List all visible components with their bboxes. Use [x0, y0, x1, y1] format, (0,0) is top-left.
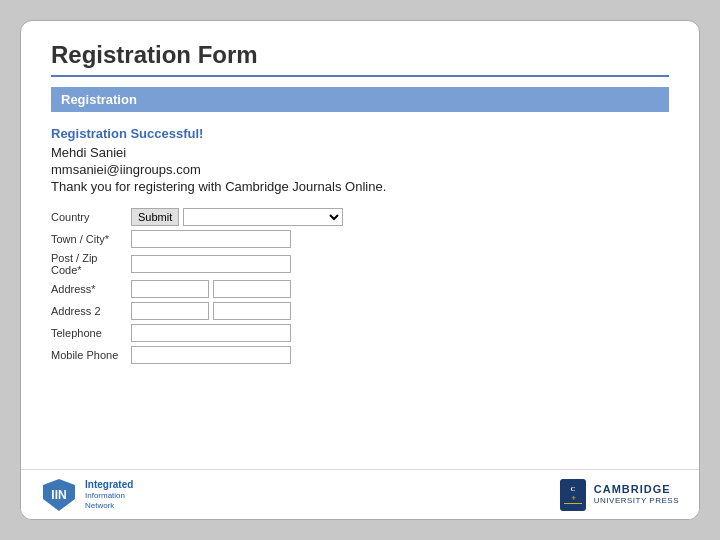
mobile-input[interactable] [131, 346, 291, 364]
mobile-label: Mobile Phone [51, 349, 131, 361]
address-input-2[interactable] [213, 280, 291, 298]
form-section: Country Submit Town / City* Post / Zip C… [51, 208, 669, 364]
cambridge-label: CAMBRIDGE [594, 483, 679, 496]
registration-header: Registration [51, 87, 669, 112]
success-email: mmsaniei@iingroups.com [51, 162, 669, 177]
telephone-input[interactable] [131, 324, 291, 342]
bottom-bar: IIN Integrated Information Network C ⚜ C… [21, 469, 699, 519]
country-label: Country [51, 211, 131, 223]
iin-sub2: Network [85, 501, 133, 511]
address2-input-2[interactable] [213, 302, 291, 320]
cambridge-logo: C ⚜ CAMBRIDGE UNIVERSITY PRESS [558, 477, 679, 513]
town-label: Town / City* [51, 233, 131, 245]
success-message: Thank you for registering with Cambridge… [51, 179, 669, 194]
address2-label: Address 2 [51, 305, 131, 317]
post-label: Post / Zip Code* [51, 252, 131, 276]
submit-button[interactable]: Submit [131, 208, 179, 226]
page-title: Registration Form [51, 41, 258, 68]
success-name: Mehdi Saniei [51, 145, 669, 160]
mobile-row: Mobile Phone [51, 346, 669, 364]
address-input-1[interactable] [131, 280, 209, 298]
post-row: Post / Zip Code* [51, 252, 669, 276]
post-input[interactable] [131, 255, 291, 273]
page-title-container: Registration Form [51, 41, 669, 77]
svg-text:⚜: ⚜ [570, 495, 575, 501]
iin-sub1: Information [85, 491, 133, 501]
cambridge-sub: UNIVERSITY PRESS [594, 496, 679, 506]
telephone-row: Telephone [51, 324, 669, 342]
iin-shield-icon: IIN [41, 477, 77, 513]
svg-text:IIN: IIN [51, 488, 66, 502]
cambridge-crest-icon: C ⚜ [558, 477, 588, 513]
main-window: Registration Form Registration Registrat… [20, 20, 700, 520]
town-input[interactable] [131, 230, 291, 248]
town-row: Town / City* [51, 230, 669, 248]
address-row: Address* [51, 280, 669, 298]
registration-header-label: Registration [61, 92, 137, 107]
success-section: Registration Successful! Mehdi Saniei mm… [51, 122, 669, 208]
country-select[interactable] [183, 208, 343, 226]
cambridge-text: CAMBRIDGE UNIVERSITY PRESS [594, 483, 679, 506]
success-title: Registration Successful! [51, 126, 669, 141]
address-label: Address* [51, 283, 131, 295]
svg-rect-5 [564, 503, 582, 504]
address2-row: Address 2 [51, 302, 669, 320]
address2-input-1[interactable] [131, 302, 209, 320]
iin-name: Integrated [85, 479, 133, 491]
page-content: Registration Form Registration Registrat… [21, 21, 699, 469]
iin-text: Integrated Information Network [85, 479, 133, 510]
svg-text:C: C [570, 485, 575, 493]
country-row: Country Submit [51, 208, 669, 226]
telephone-label: Telephone [51, 327, 131, 339]
iin-logo: IIN Integrated Information Network [41, 477, 133, 513]
